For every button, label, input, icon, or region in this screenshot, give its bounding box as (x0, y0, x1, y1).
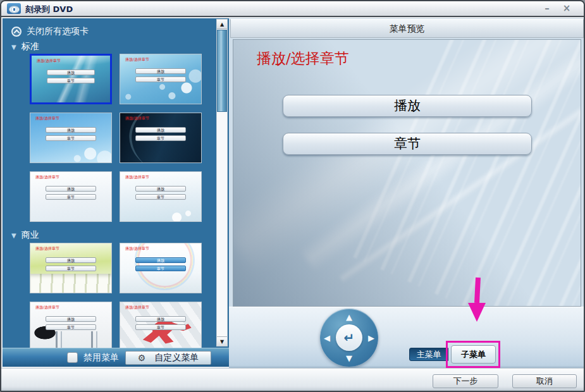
preview-header: 菜单预览 (230, 19, 584, 38)
gear-icon: ⚙ (138, 353, 146, 362)
thumbnail-menu-title: 播放/选择章节 (37, 59, 61, 63)
thumbnail-menu-button: 播放 (46, 316, 95, 322)
close-all-tabs-button[interactable]: 关闭所有选项卡 (11, 25, 89, 38)
next-step-button[interactable]: 下一步 (433, 374, 498, 388)
thumbnail-menu-title: 播放/选择章节 (35, 116, 59, 120)
preview-shade (233, 40, 581, 306)
cancel-button[interactable]: 取消 (512, 374, 577, 388)
template-thumbnail-sky[interactable]: 播放/选择章节播放章节 (30, 113, 112, 163)
dpad-enter-icon[interactable]: ↵ (336, 324, 362, 351)
dpad-down-icon[interactable]: ▼ (346, 354, 352, 362)
thumbnail-menu-button: 播放 (46, 186, 95, 192)
dvd-menu-title: 播放/选择章节 (257, 49, 349, 68)
template-sidebar: 关闭所有选项卡 ▼标准播放/选择章节播放章节播放/选择章节播放章节播放/选择章节… (3, 18, 229, 348)
scroll-up-icon[interactable]: ▲ (217, 20, 227, 29)
template-thumbnail-swirl[interactable]: 播放/选择章节播放章节 (30, 54, 112, 104)
thumbnail-menu-title: 播放/选择章节 (35, 247, 59, 250)
dpad-up-icon[interactable]: ▲ (346, 313, 352, 321)
template-thumbnail-bokeh[interactable]: 播放/选择章节播放章节 (120, 54, 202, 104)
template-thumbnail-green[interactable]: 播放/选择章节播放章节 (30, 243, 112, 293)
app-window: 刻录到 DVD – × 关闭所有选项卡 ▼标准播放/选择章节播放章节播放/选择章… (0, 0, 585, 392)
sidebar-bottom-bar: 禁用菜单 ⚙ 自定义菜单 (3, 348, 229, 367)
title-bar[interactable]: 刻录到 DVD – × (1, 1, 584, 17)
template-thumbnail-charts[interactable]: 播放/选择章节播放章节 (30, 302, 112, 348)
thumbnail-menu-title: 播放/选择章节 (125, 305, 149, 309)
thumbnail-artwork (30, 274, 111, 293)
section-label: 标准 (22, 41, 39, 52)
dvd-menu-preview: 播放/选择章节 播放 章节 (233, 39, 581, 307)
thumbnail-menu-button: 播放 (135, 316, 185, 322)
thumbnail-menu-button: 章节 (47, 78, 95, 83)
dpad-control[interactable]: ▲ ▼ ◀ ▶ ↵ (320, 309, 378, 367)
thumbnail-menu-title: 播放/选择章节 (125, 247, 149, 250)
disable-menu-checkbox[interactable] (67, 352, 78, 363)
thumbnail-menu-button: 章节 (135, 266, 185, 271)
thumbnail-menu-button: 播放 (135, 68, 185, 74)
thumbnail-menu-button: 播放 (135, 257, 185, 263)
thumbnail-menu-button: 播放 (135, 186, 185, 192)
close-all-tabs-icon (11, 27, 22, 37)
thumbnail-menu-button: 播放 (135, 127, 185, 133)
thumbnail-menu-title: 播放/选择章节 (35, 305, 59, 309)
thumbnail-menu-button: 章节 (46, 324, 95, 330)
thumbnail-menu-title: 播放/选择章节 (125, 116, 149, 120)
thumbnail-menu-button: 播放 (47, 70, 95, 75)
preview-ray-bundle (338, 39, 581, 307)
remote-control-strip: ▲ ▼ ◀ ▶ ↵ 主菜单 子菜单 (229, 307, 585, 368)
template-grid: 播放/选择章节播放章节播放/选择章节播放章节播放/选择章节播放章节播放/选择章节… (30, 54, 202, 222)
thumbnail-menu-button: 章节 (135, 135, 185, 141)
main-menu-tab[interactable]: 主菜单 (409, 348, 448, 361)
template-thumbnail-runner[interactable]: 播放/选择章节播放章节 (120, 302, 202, 348)
thumbnail-menu-title: 播放/选择章节 (125, 175, 149, 179)
customize-menu-button[interactable]: ⚙ 自定义菜单 (125, 351, 211, 365)
dvd-disc-icon (7, 3, 21, 14)
section-label: 商业 (22, 230, 39, 241)
customize-menu-label: 自定义菜单 (154, 352, 199, 364)
sub-menu-tab[interactable]: 子菜单 (451, 345, 496, 364)
section-header[interactable]: ▼标准 (11, 41, 39, 52)
template-grid: 播放/选择章节播放章节播放/选择章节播放章节播放/选择章节播放章节播放/选择章节… (30, 243, 202, 348)
minimize-button[interactable]: – (539, 2, 555, 15)
section-header[interactable]: ▼商业 (11, 230, 39, 241)
window-title: 刻录到 DVD (25, 4, 73, 15)
collapse-triangle-icon[interactable]: ▼ (11, 232, 16, 239)
dpad-right-icon[interactable]: ▶ (368, 334, 374, 342)
template-thumbnail-pale[interactable]: 播放/选择章节播放章节 (30, 171, 112, 222)
thumbnail-menu-button: 章节 (135, 77, 185, 82)
thumbnail-menu-title: 播放/选择章节 (125, 58, 149, 61)
template-thumbnail-rainbow[interactable]: 播放/选择章节播放章节 (120, 243, 202, 293)
preview-light-streak (233, 39, 581, 276)
template-thumbnail-dark[interactable]: 播放/选择章节播放章节 (120, 113, 202, 163)
dvd-chapter-button[interactable]: 章节 (283, 133, 532, 155)
thumbnail-menu-button: 章节 (46, 194, 95, 200)
thumbnail-menu-button: 章节 (46, 135, 95, 141)
footer-bar: 下一步 取消 (1, 368, 584, 391)
thumbnail-menu-button: 章节 (135, 194, 185, 200)
collapse-triangle-icon[interactable]: ▼ (11, 44, 16, 51)
template-thumbnail-pale2[interactable]: 播放/选择章节播放章节 (120, 171, 202, 222)
disable-menu-label: 禁用菜单 (83, 352, 119, 364)
preview-panel: 菜单预览 播放/选择章节 播放 章节 ▲ ▼ ◀ ▶ ↵ 主菜单 子菜单 (229, 18, 585, 368)
scroll-down-icon[interactable]: ▼ (217, 336, 227, 346)
scrollbar-thumb[interactable] (217, 30, 227, 112)
thumbnail-menu-button: 章节 (46, 266, 95, 271)
dvd-play-button[interactable]: 播放 (283, 95, 532, 117)
thumbnail-menu-button: 章节 (135, 324, 185, 330)
thumbnail-menu-title: 播放/选择章节 (35, 175, 59, 179)
close-all-tabs-label: 关闭所有选项卡 (27, 26, 89, 37)
thumbnail-menu-button: 播放 (46, 127, 95, 133)
thumbnail-menu-button: 播放 (46, 257, 95, 263)
dpad-left-icon[interactable]: ◀ (324, 334, 330, 342)
close-button[interactable]: × (558, 2, 575, 15)
preview-light-streak (299, 39, 581, 273)
sidebar-scrollbar[interactable]: ▲ ▼ (216, 19, 228, 346)
